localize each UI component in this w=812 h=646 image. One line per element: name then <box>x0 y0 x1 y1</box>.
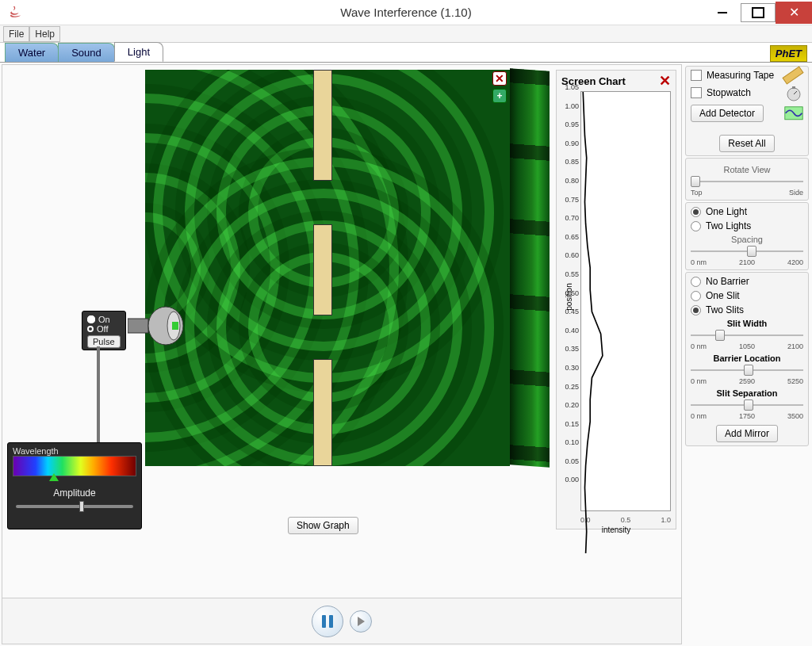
checkbox-icon <box>691 70 702 81</box>
window-title: Wave Interference (1.10) <box>0 6 812 19</box>
radio-on-icon <box>87 315 95 323</box>
pulse-button[interactable]: Pulse <box>87 335 121 348</box>
emitter-radio-off[interactable]: Off <box>87 324 121 334</box>
close-screen-icon[interactable]: ✕ <box>492 71 507 86</box>
slit-separation-slider[interactable] <box>691 399 803 411</box>
slit-width-max: 2100 <box>787 342 803 350</box>
svg-rect-0 <box>128 319 148 333</box>
amplitude-label: Amplitude <box>13 487 136 499</box>
spacing-max: 4200 <box>787 258 803 266</box>
wavelength-thumb[interactable] <box>49 473 59 481</box>
window-minimize-button[interactable] <box>704 2 741 24</box>
checkbox-icon <box>691 87 702 98</box>
barrier-location-thumb[interactable] <box>744 365 753 376</box>
emitter-off-label: Off <box>97 324 108 334</box>
tab-sound[interactable]: Sound <box>58 43 115 62</box>
intensity-curve <box>581 92 670 553</box>
rotate-view-slider[interactable] <box>691 176 803 187</box>
menu-help[interactable]: Help <box>29 26 60 42</box>
screen-chart-close-icon[interactable]: ✕ <box>659 72 671 90</box>
slit-separation-label: Slit Separation <box>691 388 803 398</box>
slit-separation-thumb[interactable] <box>744 399 753 411</box>
radio-two-slits[interactable]: Two Slits <box>691 304 803 315</box>
amplitude-slider[interactable] <box>16 505 133 508</box>
add-screen-icon[interactable]: + <box>492 89 507 103</box>
playback-bar <box>2 598 681 644</box>
one-light-label: One Light <box>706 206 747 217</box>
amplitude-thumb[interactable] <box>79 501 84 512</box>
slit-sep-min: 0 nm <box>691 412 707 420</box>
screen-chart-panel: Screen Chart ✕ 1.051.000.950.900.850.800… <box>556 70 676 529</box>
slit-width-slider[interactable] <box>691 330 803 341</box>
measuring-tape-checkbox[interactable]: Measuring Tape <box>691 70 803 81</box>
tools-panel: Measuring Tape Stopwatch Add Detector Re… <box>685 66 809 156</box>
add-detector-button[interactable]: Add Detector <box>691 105 764 122</box>
stopwatch-icon <box>784 86 803 100</box>
no-barrier-label: No Barrier <box>706 276 749 287</box>
stopwatch-checkbox[interactable]: Stopwatch <box>691 86 803 100</box>
radio-one-slit[interactable]: One Slit <box>691 290 803 301</box>
pause-icon <box>322 615 333 628</box>
radio-one-light[interactable]: One Light <box>691 206 803 217</box>
wave-canvas: ✕ + <box>145 70 510 466</box>
pause-button[interactable] <box>312 606 343 637</box>
emitter-control-panel: On Off Pulse <box>82 311 126 350</box>
right-control-column: Measuring Tape Stopwatch Add Detector Re… <box>684 63 812 646</box>
tab-light[interactable]: Light <box>114 42 163 62</box>
menu-file[interactable]: File <box>3 26 29 42</box>
simulation-area: ✕ + On <box>2 65 681 598</box>
stopwatch-label: Stopwatch <box>707 87 751 98</box>
window-maximize-button[interactable] <box>741 3 776 22</box>
slit-width-label: Slit Width <box>691 319 803 328</box>
screen-chart-ylabel: position <box>565 283 573 310</box>
wavelength-panel: Wavelength Amplitude <box>7 442 142 529</box>
radio-icon <box>691 221 701 231</box>
tab-water[interactable]: Water <box>5 43 59 62</box>
radio-off-icon <box>87 326 94 332</box>
spacing-min: 0 nm <box>691 258 707 266</box>
radio-icon <box>691 207 701 217</box>
light-source: On Off Pulse <box>82 311 126 350</box>
detector-icon <box>784 106 803 120</box>
measuring-tape-label: Measuring Tape <box>707 70 774 81</box>
two-lights-label: Two Lights <box>706 220 751 231</box>
radio-icon <box>691 305 701 315</box>
phet-logo[interactable]: PhET <box>770 45 807 62</box>
spacing-mid: 2100 <box>739 258 755 266</box>
spacing-thumb[interactable] <box>747 246 756 257</box>
barrier-location-slider[interactable] <box>691 365 803 376</box>
java-icon <box>5 2 27 24</box>
sources-panel: One Light Two Lights Spacing 0 nm 2100 4… <box>685 202 809 270</box>
svg-rect-5 <box>792 86 795 89</box>
emitter-radio-on[interactable]: On <box>87 315 121 324</box>
screen-chart-body <box>580 91 671 511</box>
slit-width-thumb[interactable] <box>715 330 725 341</box>
wavelength-label: Wavelength <box>13 446 136 456</box>
rotate-view-thumb[interactable] <box>691 176 700 187</box>
show-graph-button[interactable]: Show Graph <box>288 517 358 534</box>
menu-bar: File Help <box>0 25 812 43</box>
radio-two-lights[interactable]: Two Lights <box>691 220 803 231</box>
add-mirror-button[interactable]: Add Mirror <box>716 425 778 442</box>
rotate-side-label: Side <box>789 189 803 197</box>
radio-no-barrier[interactable]: No Barrier <box>691 276 803 287</box>
rotate-top-label: Top <box>691 189 703 197</box>
slit-sep-mid: 1750 <box>739 412 755 420</box>
reset-all-button[interactable]: Reset All <box>719 135 774 152</box>
slit-barrier[interactable] <box>313 70 332 466</box>
one-slit-label: One Slit <box>706 290 740 301</box>
wavelength-slider[interactable] <box>13 456 136 476</box>
slit-sep-max: 3500 <box>787 412 803 420</box>
tape-icon <box>782 66 803 84</box>
spacing-slider[interactable] <box>691 246 803 257</box>
emitter-on-label: On <box>98 315 110 324</box>
barrier-loc-mid: 2590 <box>739 377 755 385</box>
flashlight-icon <box>128 304 183 347</box>
radio-icon <box>691 291 701 301</box>
slit-width-mid: 1050 <box>739 342 755 350</box>
window-close-button[interactable]: ✕ <box>776 2 812 24</box>
intensity-screen-3d <box>510 68 550 467</box>
step-button[interactable] <box>350 610 372 633</box>
slit-width-min: 0 nm <box>691 342 707 350</box>
tab-strip: Water Sound Light PhET <box>0 43 812 62</box>
